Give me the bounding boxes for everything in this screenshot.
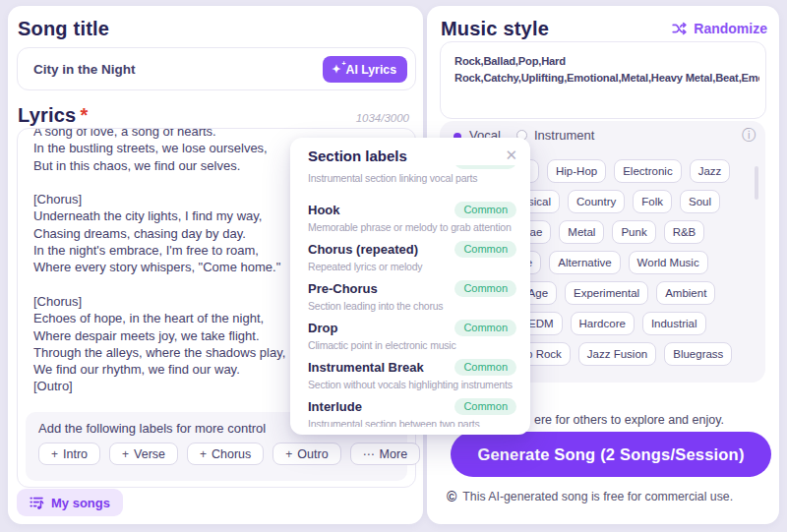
section-label-name: Hook [308, 202, 340, 218]
song-title-input[interactable]: City in the Night ✦+ AI Lyrics [17, 47, 416, 90]
genre-chip-soul[interactable]: Soul [680, 190, 720, 213]
section-label-name: Pre-Chorus [308, 280, 378, 297]
add-label-button-intro[interactable]: +Intro [38, 443, 100, 465]
section-label-item[interactable]: Pre-ChorusCommonSection leading into the… [308, 280, 516, 314]
required-asterisk: * [80, 104, 88, 126]
label-buttons-row: +Intro+Verse+Chorus+Outro⋯More [38, 443, 394, 465]
section-label-description: Repeated lyrics or melody [308, 260, 516, 274]
section-label-name: Drop [308, 320, 337, 336]
section-label-item[interactable]: InterludeCommonInstrumental section betw… [308, 398, 516, 427]
license-note: © This AI-generated song is free for com… [447, 489, 733, 504]
section-label-row: Pre-ChorusCommon [308, 280, 516, 297]
common-badge: Common [454, 320, 516, 336]
common-badge: Common [454, 280, 516, 297]
section-label-name: Instrumental Break [308, 359, 424, 376]
section-label-description: Section leading into the chorus [308, 299, 516, 314]
song-title-value: City in the Night [33, 62, 136, 77]
publish-note-text: ere for others to explore and enjoy. [534, 413, 724, 427]
genre-chip-industrial[interactable]: Industrial [642, 312, 706, 335]
genre-chip-folk[interactable]: Folk [633, 190, 672, 213]
genre-chip-country[interactable]: Country [568, 190, 625, 213]
music-style-heading: Music style [441, 18, 549, 40]
section-label-row: InterludeCommon [308, 398, 516, 415]
common-badge: Common [454, 165, 516, 169]
song-generator-page: Song title City in the Night ✦+ AI Lyric… [0, 0, 787, 532]
sparkle-plus-icon: ✦+ [332, 64, 340, 75]
label-button-text: Verse [134, 447, 165, 461]
generate-song-button[interactable]: Generate Song (2 Songs/Session) [451, 432, 771, 477]
randomize-button[interactable]: Randomize [672, 21, 767, 36]
section-label-item[interactable]: Instrumental BreakCommonSection without … [308, 359, 516, 392]
genre-chip-alternative[interactable]: Alternative [549, 251, 620, 274]
section-label-name: Interlude [308, 398, 362, 415]
section-label-row: HookCommon [308, 202, 516, 218]
section-label-name: Instrumental [308, 165, 385, 169]
genre-chip-experimental[interactable]: Experimental [565, 281, 648, 305]
plus-icon: + [122, 447, 129, 461]
section-label-row: Instrumental BreakCommon [308, 359, 516, 376]
section-label-description: Instrumental section linking vocal parts [308, 171, 516, 186]
section-label-description: Climactic point in electronic music [308, 338, 516, 353]
common-badge: Common [454, 202, 516, 218]
genre-chip-metal[interactable]: Metal [559, 220, 604, 244]
shuffle-icon [672, 22, 688, 35]
playlist-music-icon [30, 496, 44, 510]
my-songs-button[interactable]: My songs [17, 489, 123, 516]
genre-chip-jazz[interactable]: Jazz [690, 159, 731, 183]
section-label-description: Instrumental section between two parts [308, 417, 516, 427]
section-label-description: Section without vocals highlighting inst… [308, 378, 516, 392]
section-label-item[interactable]: HookCommonMemorable phrase or melody to … [308, 202, 516, 235]
plus-icon: + [285, 447, 292, 461]
label-button-text: Intro [63, 447, 88, 461]
plus-icon: + [200, 447, 207, 461]
section-label-item[interactable]: Chorus (repeated)CommonRepeated lyrics o… [308, 241, 516, 274]
close-icon[interactable]: ✕ [505, 147, 517, 164]
section-label-description: Memorable phrase or melody to grab atten… [308, 220, 516, 235]
char-counter: 1034/3000 [356, 112, 409, 124]
section-labels-list: InstrumentalCommonInstrumental section l… [308, 165, 516, 427]
ai-lyrics-label: AI Lyrics [346, 63, 397, 77]
label-button-text: More [380, 447, 407, 461]
section-label-row: DropCommon [308, 320, 516, 336]
popup-title: Section labels [308, 148, 407, 164]
genre-chip-jazz-fusion[interactable]: Jazz Fusion [578, 342, 656, 366]
plus-icon: + [51, 447, 58, 461]
license-text: This AI-generated song is free for comme… [462, 490, 733, 503]
mode-option-instrument[interactable]: Instrument [534, 128, 594, 143]
section-label-name: Chorus (repeated) [308, 241, 418, 258]
section-labels-popup: Section labels ✕ InstrumentalCommonInstr… [290, 138, 530, 435]
music-style-value-line: Rock,Catchy,Uplifting,Emotional,Metal,He… [454, 70, 759, 87]
genre-chip-hardcore[interactable]: Hardcore [571, 312, 635, 335]
label-button-text: Chorus [212, 447, 251, 461]
music-style-input[interactable]: Rock,Ballad,Pop,HardRock,Catchy,Upliftin… [440, 41, 766, 119]
section-label-row: InstrumentalCommon [308, 165, 516, 169]
lyrics-heading: Lyrics* [18, 104, 88, 127]
genre-chip-bluegrass[interactable]: Bluegrass [664, 342, 732, 366]
common-badge: Common [454, 359, 516, 376]
more-icon: ⋯ [363, 447, 375, 461]
info-icon: ⓘ [742, 127, 756, 145]
add-label-button-more[interactable]: ⋯More [350, 443, 420, 465]
section-label-row: Chorus (repeated)Common [308, 241, 516, 258]
my-songs-label: My songs [51, 496, 110, 510]
add-label-button-chorus[interactable]: +Chorus [187, 443, 264, 465]
genre-scrollbar-thumb[interactable] [755, 166, 758, 200]
add-label-button-verse[interactable]: +Verse [109, 443, 178, 465]
common-badge: Common [454, 241, 516, 258]
genre-chip-r-b[interactable]: R&B [664, 220, 705, 244]
section-label-item[interactable]: DropCommonClimactic point in electronic … [308, 320, 516, 353]
common-badge: Common [454, 398, 516, 415]
genre-chip-electronic[interactable]: Electronic [614, 159, 682, 183]
music-style-value-line: Rock,Ballad,Pop,Hard [454, 53, 759, 70]
label-button-text: Outro [297, 447, 328, 461]
genre-chip-hip-hop[interactable]: Hip-Hop [547, 159, 606, 183]
add-label-button-outro[interactable]: +Outro [272, 443, 340, 465]
genre-chip-punk[interactable]: Punk [612, 220, 655, 244]
ai-lyrics-button[interactable]: ✦+ AI Lyrics [323, 56, 407, 83]
randomize-label: Randomize [694, 21, 767, 36]
copyright-icon: © [447, 489, 456, 504]
section-label-item[interactable]: InstrumentalCommonInstrumental section l… [308, 165, 516, 186]
genre-chip-ambient[interactable]: Ambient [656, 281, 715, 305]
genre-chip-world-music[interactable]: World Music [629, 251, 708, 274]
song-title-heading: Song title [18, 18, 109, 40]
